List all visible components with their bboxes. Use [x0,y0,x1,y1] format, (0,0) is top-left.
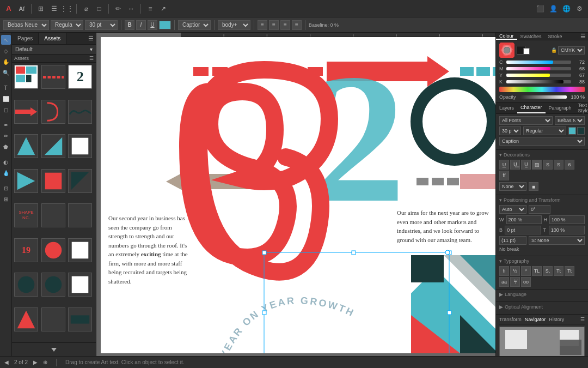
text-color-swatch[interactable] [159,21,171,29]
asset-triangle-1[interactable] [14,134,38,158]
asset-triangle-4[interactable] [68,169,92,193]
text-tool[interactable]: T [1,83,11,93]
navigator-nav-tab[interactable]: Navigator [525,317,546,322]
asset-shape-nc[interactable]: SHAPENC. [14,203,38,227]
typo-frac2-button[interactable]: ⅟ [510,277,520,287]
frame-text-tool[interactable]: ⬜ [1,94,11,104]
monitor-icon[interactable]: ⬛ [535,3,546,14]
place-image-tool[interactable]: ⊡ [1,183,11,193]
asset-number-2[interactable]: 2 [68,65,92,89]
character-tab[interactable]: Character [517,102,546,113]
rotation-input[interactable] [529,205,550,214]
ligature-button[interactable]: ff [499,171,509,180]
view-icon[interactable]: ☰ [48,3,59,14]
width-input[interactable] [506,215,542,224]
asset-empty-3[interactable] [41,307,65,331]
small-caps-s-button[interactable]: S [543,160,553,170]
asset-circle-red[interactable] [41,238,65,262]
number-6-button[interactable]: 6 [565,160,574,170]
asset-triangle-2[interactable] [41,134,65,158]
app-logo-icon[interactable]: A [3,3,14,14]
shape-tool[interactable]: ⬟ [1,142,11,152]
asset-circle-dark-2[interactable] [41,273,65,297]
position-auto-select[interactable]: Auto [499,205,526,214]
artboard-tool[interactable]: ◻ [1,105,11,114]
body-style-select[interactable]: body+ [218,20,250,30]
color-picker-tool[interactable]: 💧 [1,168,11,178]
language-select-2[interactable]: S: None [529,236,585,245]
font-size-select[interactable]: 30 pt [85,20,118,30]
typo-frac-button[interactable]: ½ [510,266,520,276]
underline-button[interactable]: U [148,20,157,30]
asset-square-2[interactable] [68,238,92,262]
globe-icon[interactable]: 🌐 [561,3,572,14]
table-tool[interactable]: ⊞ [1,194,11,204]
settings-icon[interactable]: ⚙ [574,3,585,14]
kerning-input[interactable] [499,236,526,245]
asset-empty-2[interactable] [68,203,92,227]
typo-s-button[interactable]: S, [543,266,553,276]
bold-button[interactable]: B [125,20,134,30]
pen-tool[interactable]: ✒ [1,120,11,130]
pages-tab[interactable]: Pages [12,33,39,44]
app-logo2-icon[interactable]: Af [16,3,27,14]
positioning-arrow-icon[interactable]: ▾ [499,197,502,203]
height-input[interactable] [549,215,585,224]
pan-tool[interactable]: ✋ [1,57,11,67]
typo-super-button[interactable]: ⁹ [521,266,531,276]
all-fonts-select[interactable]: All Fonts [499,116,553,125]
swatches-tab[interactable]: Swatches [517,33,545,40]
canvas-area[interactable]: 2 Our second year in business has seen t… [96,33,495,356]
underline-type-3-button[interactable]: U̲ [521,160,531,170]
panel-options-icon[interactable]: ☰ [578,33,588,40]
stroke-tab[interactable]: Stroke [545,33,566,40]
char-style-select[interactable]: Regular [523,126,566,135]
all-caps-s-button[interactable]: S [554,160,564,170]
decoration-none-select[interactable]: None [499,182,526,191]
typo-aa-button[interactable]: aa [499,277,509,287]
c-slider-track[interactable] [506,61,571,64]
font-name-select[interactable]: Bebas Neue [555,116,585,125]
text-styles-tab[interactable]: Text Styles [575,102,588,113]
decorations-arrow-icon[interactable]: ▾ [499,152,502,158]
align-center-button[interactable]: ≡ [269,20,279,30]
grid-icon[interactable]: ⋮⋮ [62,3,72,14]
font-family-select[interactable]: Bebas Neue [3,20,49,30]
asset-triangle-red[interactable] [14,307,38,331]
justify-button[interactable]: ≡ [292,20,302,30]
opacity-slider[interactable] [520,95,567,99]
fill-tool[interactable]: ◐ [1,157,11,167]
scroll-icon[interactable] [50,345,58,354]
tracking-input[interactable] [549,226,585,234]
asset-square-1[interactable] [68,134,92,158]
assets-collapse-icon[interactable]: ▾ [90,46,93,52]
align-left-button[interactable]: ≡ [258,20,267,30]
y-slider-track[interactable] [506,74,571,77]
add-page-button[interactable]: ⊕ [43,359,47,365]
typo-oo-button[interactable]: oo [521,277,531,287]
place-icon[interactable]: ⊞ [35,3,46,14]
asset-circle-dark-1[interactable] [14,273,38,297]
italic-button[interactable]: I [136,20,146,30]
colour-tab[interactable]: Colour [496,33,517,40]
align-right-button[interactable]: ≡ [280,20,290,30]
align-icon[interactable]: ≡ [145,3,156,14]
optical-alignment-arrow-icon[interactable]: ▶ [499,304,503,310]
history-nav-tab[interactable]: History [549,317,564,322]
underline-type-2-button[interactable]: U͟ [510,160,520,170]
user-icon[interactable]: 👤 [548,3,559,14]
paragraph-tab[interactable]: Paragraph [546,102,575,113]
asset-wave-1[interactable] [68,100,92,124]
asset-curve-1[interactable] [41,100,65,124]
prev-page-button[interactable]: ◀ [4,359,9,365]
pencil-tool[interactable]: ✏ [1,131,11,141]
asset-empty-1[interactable] [41,203,65,227]
char-color-1[interactable] [568,127,576,135]
strikethrough-button[interactable]: ▨ [532,160,542,170]
transform-nav-tab[interactable]: Transform [499,317,522,322]
link-icon[interactable]: ⌀ [81,3,91,14]
typo-tt-button[interactable]: Tt [554,266,564,276]
typo-tl-button[interactable]: TL [532,266,542,276]
language-arrow-icon[interactable]: ▶ [499,292,503,297]
asset-thumbnail-1[interactable] [14,65,38,89]
